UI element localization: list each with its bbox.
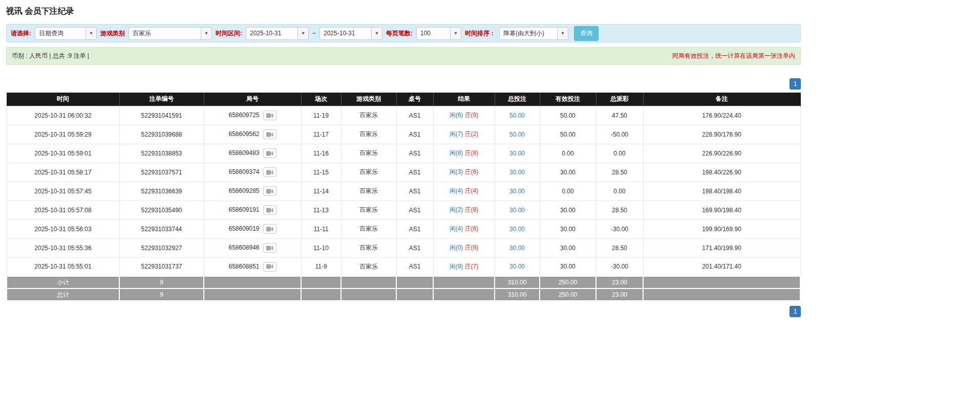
round-cell: 658609374 bbox=[204, 163, 301, 182]
round-id: 658609374 bbox=[228, 168, 259, 175]
total-bet-link[interactable]: 30.00 bbox=[509, 188, 525, 195]
query-mode-dropdown[interactable]: 日期查询 ▼ bbox=[35, 27, 97, 40]
round-id: 658609191 bbox=[228, 206, 259, 213]
video-replay-icon[interactable] bbox=[263, 205, 276, 215]
bet-id-cell: 522931035490 bbox=[119, 201, 204, 219]
bet-id-cell: 522931041591 bbox=[119, 106, 204, 125]
bet-id-cell: 522931039688 bbox=[119, 125, 204, 144]
page-1-button[interactable]: 1 bbox=[790, 78, 801, 90]
total-bet-link[interactable]: 30.00 bbox=[509, 245, 525, 252]
result-cell: 闲(2) 庄(8) bbox=[433, 201, 495, 219]
valid-bet-cell: 30.00 bbox=[540, 257, 596, 276]
total-bet-link[interactable]: 50.00 bbox=[509, 131, 525, 138]
total-payout: 23.00 bbox=[596, 288, 643, 301]
payout-cell: -50.00 bbox=[596, 125, 643, 144]
total-bet-link[interactable]: 30.00 bbox=[509, 263, 525, 270]
round-cell: 658609191 bbox=[204, 201, 301, 219]
valid-bet-cell: 30.00 bbox=[540, 219, 596, 238]
table-no-cell: AS1 bbox=[396, 125, 433, 144]
chevron-down-icon[interactable]: ▼ bbox=[450, 28, 461, 39]
video-replay-icon[interactable] bbox=[263, 110, 276, 120]
valid-bet-cell: 0.00 bbox=[540, 182, 596, 201]
result-cell: 闲(9) 庄(7) bbox=[433, 257, 495, 276]
video-replay-icon[interactable] bbox=[263, 224, 276, 234]
date-to-dropdown[interactable]: 2025-10-31 ▼ bbox=[319, 27, 382, 40]
bet-id-cell: 522931032927 bbox=[119, 238, 204, 257]
result-player: 闲(7) bbox=[450, 130, 463, 138]
payout-cell: 28.50 bbox=[596, 238, 643, 257]
total-bet-link[interactable]: 30.00 bbox=[509, 169, 525, 176]
game-type-dropdown[interactable]: 百家乐 ▼ bbox=[129, 27, 212, 40]
bet-id-cell: 522931038853 bbox=[119, 144, 204, 163]
chevron-down-icon[interactable]: ▼ bbox=[557, 28, 568, 39]
game-type-value: 百家乐 bbox=[129, 28, 201, 39]
session-cell: 11-16 bbox=[301, 144, 341, 163]
table-row: 2025-10-31 05:55:36522931032927658608946… bbox=[7, 238, 800, 257]
column-header: 结果 bbox=[433, 93, 495, 106]
total-bet-link[interactable]: 30.00 bbox=[509, 207, 525, 214]
info-bar: 币别 : 人民币 | 总共 :9 注单 | 同局有效投注，统一计算在该局第一张注… bbox=[6, 47, 801, 65]
page-size-dropdown[interactable]: 100 ▼ bbox=[416, 27, 461, 40]
remark-cell: 171.40/199.90 bbox=[643, 238, 800, 257]
remark-cell: 226.90/176.90 bbox=[643, 125, 800, 144]
total-label: 总计 bbox=[7, 288, 119, 301]
table-no-cell: AS1 bbox=[396, 144, 433, 163]
empty-cell bbox=[643, 288, 800, 301]
valid-bet-cell: 30.00 bbox=[540, 238, 596, 257]
date-from-dropdown[interactable]: 2025-10-31 ▼ bbox=[246, 27, 309, 40]
bet-id-cell: 522931037571 bbox=[119, 163, 204, 182]
total-bet-link[interactable]: 30.00 bbox=[509, 226, 525, 233]
video-replay-icon[interactable] bbox=[263, 243, 276, 253]
video-replay-icon[interactable] bbox=[263, 262, 276, 272]
total-bet-cell: 30.00 bbox=[495, 219, 540, 238]
page-size-label: 每页笔数: bbox=[386, 29, 413, 38]
total-bet-link[interactable]: 50.00 bbox=[509, 112, 525, 119]
video-replay-icon[interactable] bbox=[263, 148, 276, 158]
game-type-cell: 百家乐 bbox=[341, 182, 396, 201]
page: 视讯 会员下注纪录 请选择: 日期查询 ▼ 游戏类别 百家乐 ▼ 时间区间: 2… bbox=[6, 6, 801, 317]
column-header: 总派彩 bbox=[596, 93, 643, 106]
chevron-down-icon[interactable]: ▼ bbox=[201, 28, 211, 39]
result-cell: 闲(3) 庄(6) bbox=[433, 163, 495, 182]
result-cell: 闲(4) 庄(4) bbox=[433, 182, 495, 201]
result-banker: 庄(9) bbox=[465, 112, 479, 119]
result-player: 闲(2) bbox=[450, 206, 463, 213]
time-cell: 2025-10-31 06:00:32 bbox=[7, 106, 119, 125]
table-row: 2025-10-31 05:58:17522931037571658609374… bbox=[7, 163, 800, 182]
sort-dropdown[interactable]: 降幂(由大到小) ▼ bbox=[499, 27, 568, 40]
query-mode-value: 日期查询 bbox=[35, 28, 86, 39]
total-bet-cell: 30.00 bbox=[495, 144, 540, 163]
select-label: 请选择: bbox=[11, 29, 31, 38]
result-cell: 闲(0) 庄(8) bbox=[433, 238, 495, 257]
remark-cell: 198.40/226.90 bbox=[643, 163, 800, 182]
session-cell: 11-10 bbox=[301, 238, 341, 257]
result-banker: 庄(8) bbox=[465, 244, 479, 251]
result-banker: 庄(7) bbox=[465, 263, 479, 270]
page-1-button[interactable]: 1 bbox=[790, 306, 801, 317]
chevron-down-icon[interactable]: ▼ bbox=[86, 28, 96, 39]
result-player: 闲(3) bbox=[450, 168, 463, 175]
chevron-down-icon[interactable]: ▼ bbox=[297, 28, 308, 39]
game-type-label: 游戏类别 bbox=[100, 29, 125, 38]
subtotal-valid-bet: 250.00 bbox=[540, 276, 596, 288]
result-cell: 闲(8) 庄(8) bbox=[433, 144, 495, 163]
table-row: 2025-10-31 05:56:03522931033744658609019… bbox=[7, 219, 800, 238]
sort-label: 时间排序： bbox=[465, 29, 496, 38]
round-id: 658609562 bbox=[228, 130, 259, 138]
total-bet-link[interactable]: 30.00 bbox=[509, 150, 525, 157]
video-replay-icon[interactable] bbox=[263, 129, 276, 139]
valid-bet-cell: 30.00 bbox=[540, 201, 596, 219]
video-replay-icon[interactable] bbox=[263, 186, 276, 196]
video-replay-icon[interactable] bbox=[263, 167, 276, 177]
column-header: 注单编号 bbox=[119, 93, 204, 106]
session-cell: 11-9 bbox=[301, 257, 341, 276]
round-id: 658608851 bbox=[228, 262, 259, 270]
round-id: 658609019 bbox=[228, 225, 259, 232]
chevron-down-icon[interactable]: ▼ bbox=[371, 28, 382, 39]
round-cell: 658609019 bbox=[204, 219, 301, 238]
total-bet-cell: 30.00 bbox=[495, 163, 540, 182]
query-button[interactable]: 查询 bbox=[574, 26, 599, 41]
session-cell: 11-17 bbox=[301, 125, 341, 144]
payout-cell: 47.50 bbox=[596, 106, 643, 125]
game-type-cell: 百家乐 bbox=[341, 257, 396, 276]
